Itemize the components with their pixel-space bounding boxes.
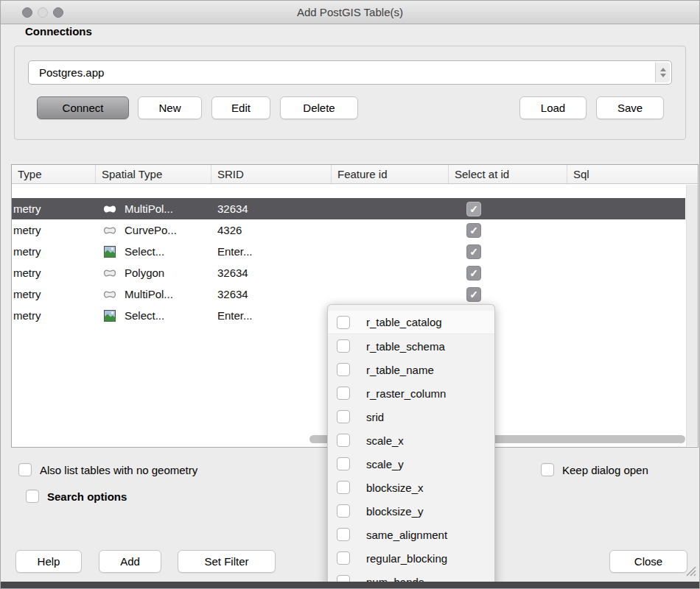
popup-item[interactable]: srid <box>328 405 494 428</box>
cell-type: metry <box>12 245 96 258</box>
popup-item-label: scale_y <box>366 458 404 470</box>
cell-spatial-type: Select... <box>125 309 164 322</box>
checkbox-icon[interactable] <box>337 410 350 423</box>
also-list-tables-label: Also list tables with no geometry <box>40 464 197 476</box>
connect-button[interactable]: Connect <box>37 96 129 119</box>
popup-item-label: r_table_catalog <box>366 316 442 328</box>
cell-spatial-type: Select... <box>125 245 164 258</box>
set-filter-button[interactable]: Set Filter <box>178 550 276 573</box>
checkbox-icon[interactable] <box>337 551 350 565</box>
search-options-label: Search options <box>47 490 127 503</box>
help-button[interactable]: Help <box>15 550 82 573</box>
search-options-option: Search options <box>26 490 127 503</box>
cell-spatial-type: CurvePo... <box>125 224 177 236</box>
cell-srid: 32634 <box>211 267 332 279</box>
resize-grip-icon[interactable] <box>684 564 697 577</box>
cell-spatial-type: MultiPol... <box>125 288 173 300</box>
popup-item[interactable]: r_raster_column <box>328 381 494 405</box>
combo-stepper-icon[interactable] <box>655 63 670 82</box>
column-header-feature-id[interactable]: Feature id <box>332 165 449 183</box>
close-button[interactable]: Close <box>609 550 687 573</box>
popup-item[interactable]: r_table_schema <box>328 334 494 358</box>
select-at-id-checkbox[interactable] <box>466 202 481 216</box>
popup-item-label: r_table_name <box>366 364 434 376</box>
column-header-type[interactable]: Type <box>12 165 96 183</box>
table-row[interactable]: metry Select... Enter... <box>12 241 685 262</box>
cell-spatial-type: MultiPol... <box>125 202 173 215</box>
connection-select-value: Postgres.app <box>29 61 671 84</box>
popup-item[interactable]: blocksize_y <box>328 499 494 523</box>
delete-button[interactable]: Delete <box>280 96 358 119</box>
multipolygon-icon <box>102 289 118 300</box>
window-title: Add PostGIS Table(s) <box>1 1 699 24</box>
table-row[interactable]: metry CurvePo... 4326 <box>12 219 685 241</box>
keep-dialog-open-option: Keep dialog open <box>541 463 648 476</box>
cell-type: metry <box>12 267 96 279</box>
cell-type: metry <box>12 309 96 322</box>
popup-item[interactable]: scale_y <box>328 452 494 476</box>
also-list-tables-option: Also list tables with no geometry <box>18 463 197 476</box>
column-header-sql[interactable]: Sql <box>567 165 698 183</box>
chevron-down-icon <box>660 74 666 77</box>
raster-icon <box>102 246 118 258</box>
checkbox-icon[interactable] <box>337 363 350 376</box>
popup-item[interactable]: r_table_catalog <box>328 311 494 334</box>
select-at-id-checkbox[interactable] <box>466 244 481 259</box>
popup-item[interactable]: regular_blocking <box>328 546 494 570</box>
column-header-srid[interactable]: SRID <box>211 165 332 183</box>
select-at-id-checkbox[interactable] <box>466 287 481 302</box>
traffic-lights <box>22 7 63 18</box>
popup-item-label: blocksize_y <box>366 505 424 518</box>
table-row[interactable]: metry MultiPol... 32634 <box>12 198 685 219</box>
keep-dialog-open-label: Keep dialog open <box>562 464 648 476</box>
add-button[interactable]: Add <box>99 550 161 573</box>
popup-item[interactable]: same_alignment <box>328 523 494 546</box>
save-button[interactable]: Save <box>596 96 664 119</box>
chevron-up-icon <box>660 68 666 71</box>
checkbox-icon[interactable] <box>337 339 350 353</box>
popup-item[interactable]: blocksize_x <box>328 476 494 499</box>
curvepolygon-icon <box>102 225 118 236</box>
close-window-icon[interactable] <box>22 7 32 18</box>
popup-item-label: same_alignment <box>366 529 447 541</box>
select-at-id-checkbox[interactable] <box>466 223 481 238</box>
table-row[interactable]: metry Polygon 32634 <box>12 262 685 283</box>
cell-type: metry <box>12 202 96 215</box>
select-at-id-checkbox[interactable] <box>466 266 481 281</box>
popup-item-label: scale_x <box>366 434 404 447</box>
popup-item-label: regular_blocking <box>366 552 447 565</box>
checkbox-icon[interactable] <box>337 528 350 541</box>
checkbox-icon[interactable] <box>337 504 350 518</box>
cell-srid: Enter... <box>211 245 332 258</box>
popup-item-label: r_raster_column <box>366 387 446 400</box>
add-postgis-tables-dialog: Add PostGIS Table(s) Connections Postgre… <box>0 0 700 589</box>
table-header: Type Spatial Type SRID Feature id Select… <box>12 165 698 184</box>
search-options-checkbox[interactable] <box>26 490 39 503</box>
popup-item-label: r_table_schema <box>366 340 445 353</box>
checkbox-icon[interactable] <box>337 434 350 447</box>
column-header-select-at-id[interactable]: Select at id <box>449 165 567 183</box>
raster-icon <box>102 310 118 322</box>
checkbox-icon[interactable] <box>337 387 350 400</box>
popup-item[interactable]: r_table_name <box>328 358 494 381</box>
titlebar[interactable]: Add PostGIS Table(s) <box>1 1 699 24</box>
vertical-scrollbar-track[interactable] <box>686 185 698 446</box>
cell-srid: 4326 <box>211 224 332 236</box>
column-header-spatial-type[interactable]: Spatial Type <box>96 165 211 183</box>
checkbox-icon[interactable] <box>337 316 350 329</box>
keep-dialog-open-checkbox[interactable] <box>541 463 554 476</box>
new-button[interactable]: New <box>138 96 202 119</box>
checkbox-icon[interactable] <box>337 481 350 494</box>
connection-select[interactable]: Postgres.app <box>28 60 672 85</box>
checkbox-icon[interactable] <box>337 457 350 470</box>
popup-item-label: srid <box>366 411 384 423</box>
empty-row <box>12 184 685 198</box>
edit-button[interactable]: Edit <box>211 96 270 119</box>
table-row[interactable]: metry MultiPol... 32634 <box>12 283 685 305</box>
popup-item-label: blocksize_x <box>366 482 424 494</box>
minimize-window-icon[interactable] <box>38 7 48 18</box>
popup-item[interactable]: scale_x <box>328 428 494 452</box>
zoom-window-icon[interactable] <box>53 7 63 18</box>
also-list-tables-checkbox[interactable] <box>18 463 32 476</box>
load-button[interactable]: Load <box>519 96 587 119</box>
